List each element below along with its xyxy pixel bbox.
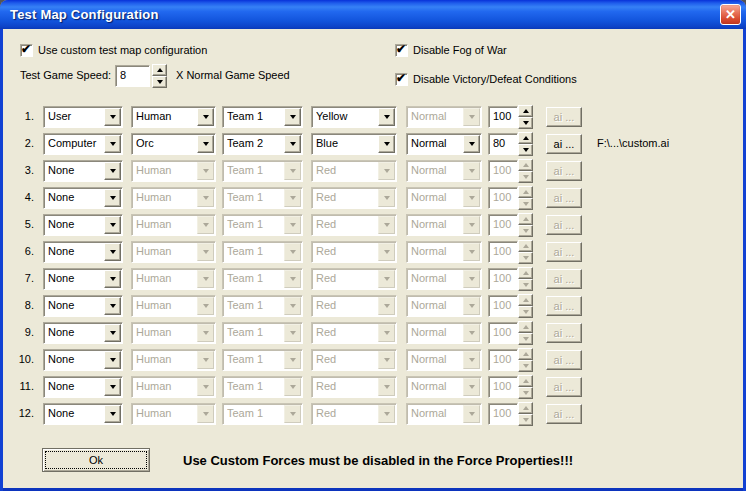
- spinner-up-button[interactable]: [518, 240, 533, 252]
- color-dropdown[interactable]: Red: [311, 349, 397, 371]
- handicap-input[interactable]: 100: [488, 349, 518, 371]
- dropdown-arrow-button[interactable]: [284, 297, 301, 315]
- dropdown-arrow-button[interactable]: [284, 162, 301, 180]
- game-speed-input[interactable]: 8: [115, 65, 150, 87]
- dropdown-arrow-button[interactable]: [378, 351, 395, 369]
- dropdown-arrow-button[interactable]: [378, 324, 395, 342]
- handicap-input[interactable]: 100: [488, 268, 518, 290]
- race-dropdown[interactable]: Human: [131, 268, 216, 290]
- dropdown-arrow-button[interactable]: [197, 270, 214, 288]
- control-dropdown[interactable]: None: [43, 187, 123, 209]
- team-dropdown[interactable]: Team 1: [222, 187, 303, 209]
- race-dropdown[interactable]: Human: [131, 160, 216, 182]
- spinner-down-button[interactable]: [518, 252, 533, 264]
- color-dropdown[interactable]: Blue: [311, 133, 397, 155]
- dropdown-arrow-button[interactable]: [104, 351, 121, 369]
- dropdown-arrow-button[interactable]: [104, 135, 121, 153]
- control-dropdown[interactable]: None: [43, 160, 123, 182]
- spinner-up-button[interactable]: [518, 132, 533, 144]
- disable-victory-checkbox[interactable]: [395, 73, 408, 86]
- team-dropdown[interactable]: Team 1: [222, 403, 303, 425]
- use-custom-config-checkbox[interactable]: [20, 44, 33, 57]
- ai-button[interactable]: ai ...: [546, 134, 582, 154]
- ai-level-dropdown[interactable]: Normal: [406, 376, 482, 398]
- handicap-input[interactable]: 100: [488, 403, 518, 425]
- dropdown-arrow-button[interactable]: [378, 297, 395, 315]
- dropdown-arrow-button[interactable]: [463, 378, 480, 396]
- color-dropdown[interactable]: Red: [311, 376, 397, 398]
- spinner-down-button[interactable]: [518, 144, 533, 156]
- ai-level-dropdown[interactable]: Normal: [406, 133, 482, 155]
- color-dropdown[interactable]: Red: [311, 241, 397, 263]
- dropdown-arrow-button[interactable]: [378, 405, 395, 423]
- dropdown-arrow-button[interactable]: [197, 243, 214, 261]
- color-dropdown[interactable]: Red: [311, 214, 397, 236]
- team-dropdown[interactable]: Team 1: [222, 214, 303, 236]
- spinner-up-button[interactable]: [518, 267, 533, 279]
- handicap-input[interactable]: 100: [488, 322, 518, 344]
- control-dropdown[interactable]: None: [43, 349, 123, 371]
- control-dropdown[interactable]: None: [43, 268, 123, 290]
- ai-level-dropdown[interactable]: Normal: [406, 241, 482, 263]
- ai-level-dropdown[interactable]: Normal: [406, 349, 482, 371]
- dropdown-arrow-button[interactable]: [378, 378, 395, 396]
- ai-button[interactable]: ai ...: [546, 188, 582, 208]
- dropdown-arrow-button[interactable]: [104, 405, 121, 423]
- team-dropdown[interactable]: Team 1: [222, 268, 303, 290]
- dropdown-arrow-button[interactable]: [197, 216, 214, 234]
- ai-button[interactable]: ai ...: [546, 323, 582, 343]
- dropdown-arrow-button[interactable]: [378, 162, 395, 180]
- dropdown-arrow-button[interactable]: [378, 135, 395, 153]
- control-dropdown[interactable]: None: [43, 376, 123, 398]
- dropdown-arrow-button[interactable]: [104, 297, 121, 315]
- race-dropdown[interactable]: Human: [131, 376, 216, 398]
- ai-button[interactable]: ai ...: [546, 242, 582, 262]
- ai-level-dropdown[interactable]: Normal: [406, 322, 482, 344]
- dropdown-arrow-button[interactable]: [463, 216, 480, 234]
- handicap-input[interactable]: 100: [488, 160, 518, 182]
- team-dropdown[interactable]: Team 1: [222, 241, 303, 263]
- dropdown-arrow-button[interactable]: [463, 189, 480, 207]
- ai-button[interactable]: ai ...: [546, 296, 582, 316]
- ok-button[interactable]: Ok: [42, 448, 150, 472]
- dropdown-arrow-button[interactable]: [104, 216, 121, 234]
- control-dropdown[interactable]: None: [43, 295, 123, 317]
- dropdown-arrow-button[interactable]: [378, 108, 395, 126]
- control-dropdown[interactable]: None: [43, 214, 123, 236]
- dropdown-arrow-button[interactable]: [197, 162, 214, 180]
- dropdown-arrow-button[interactable]: [284, 324, 301, 342]
- dropdown-arrow-button[interactable]: [104, 243, 121, 261]
- spinner-up-button[interactable]: [518, 402, 533, 414]
- dropdown-arrow-button[interactable]: [284, 108, 301, 126]
- spinner-up-button[interactable]: [518, 321, 533, 333]
- ai-button[interactable]: ai ...: [546, 377, 582, 397]
- color-dropdown[interactable]: Red: [311, 268, 397, 290]
- dropdown-arrow-button[interactable]: [197, 135, 214, 153]
- team-dropdown[interactable]: Team 1: [222, 349, 303, 371]
- close-button[interactable]: ✕: [720, 4, 741, 25]
- dropdown-arrow-button[interactable]: [284, 216, 301, 234]
- dropdown-arrow-button[interactable]: [104, 189, 121, 207]
- control-dropdown[interactable]: None: [43, 322, 123, 344]
- handicap-input[interactable]: 100: [488, 106, 518, 128]
- dropdown-arrow-button[interactable]: [463, 162, 480, 180]
- dropdown-arrow-button[interactable]: [197, 297, 214, 315]
- race-dropdown[interactable]: Human: [131, 349, 216, 371]
- color-dropdown[interactable]: Red: [311, 295, 397, 317]
- dropdown-arrow-button[interactable]: [104, 378, 121, 396]
- team-dropdown[interactable]: Team 1: [222, 322, 303, 344]
- race-dropdown[interactable]: Human: [131, 106, 216, 128]
- ai-level-dropdown[interactable]: Normal: [406, 106, 482, 128]
- dropdown-arrow-button[interactable]: [463, 243, 480, 261]
- team-dropdown[interactable]: Team 2: [222, 133, 303, 155]
- ai-level-dropdown[interactable]: Normal: [406, 160, 482, 182]
- spinner-down-button[interactable]: [152, 76, 167, 88]
- handicap-input[interactable]: 100: [488, 214, 518, 236]
- spinner-up-button[interactable]: [518, 213, 533, 225]
- spinner-down-button[interactable]: [518, 306, 533, 318]
- color-dropdown[interactable]: Red: [311, 187, 397, 209]
- dropdown-arrow-button[interactable]: [197, 405, 214, 423]
- ai-button[interactable]: ai ...: [546, 404, 582, 424]
- handicap-input[interactable]: 100: [488, 187, 518, 209]
- handicap-input[interactable]: 100: [488, 241, 518, 263]
